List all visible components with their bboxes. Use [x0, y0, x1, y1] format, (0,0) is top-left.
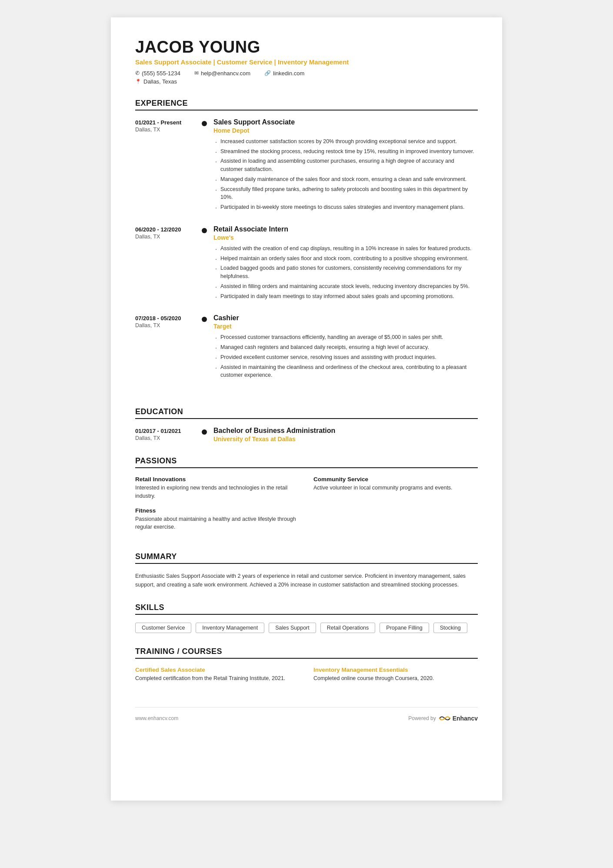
exp-1-bullet-3: Assisted in loading and assembling custo… [213, 157, 478, 174]
exp-1-dates: 01/2021 - Present [135, 118, 205, 126]
skill-3: Sales Support [269, 623, 316, 633]
passion-1-desc: Interested in exploring new trends and t… [135, 484, 300, 500]
edu-1-degree: Bachelor of Business Administration [213, 427, 478, 435]
skill-2: Inventory Management [196, 623, 264, 633]
phone-contact: (555) 555-1234 [135, 70, 180, 77]
exp-2-dates: 06/2020 - 12/2020 [135, 225, 205, 233]
training-section-title: TRAINING / COURSES [135, 647, 478, 659]
passion-3-desc: Passionate about maintaining a healthy a… [135, 515, 300, 532]
candidate-title: Sales Support Associate | Customer Servi… [135, 58, 478, 66]
exp-2-bullet-4: Assisted in filling orders and maintaini… [213, 282, 478, 291]
phone-icon [135, 70, 140, 76]
enhancv-brand-name: Enhancv [453, 715, 478, 722]
email-contact: ✉ help@enhancv.com [194, 70, 250, 77]
exp-2-bullet-2: Helped maintain an orderly sales floor a… [213, 255, 478, 263]
passion-item-3: Fitness Passionate about maintaining a h… [135, 507, 300, 532]
exp-2-date-col: 06/2020 - 12/2020 Dallas, TX [135, 225, 205, 315]
passion-3-title: Fitness [135, 507, 300, 514]
contact-row: (555) 555-1234 ✉ help@enhancv.com 🔗 link… [135, 70, 478, 77]
exp-1-bullet-5: Successfully filled propane tanks, adher… [213, 185, 478, 202]
exp-1-content: Sales Support Associate Home Depot Incre… [205, 118, 478, 225]
training-1-desc: Completed certification from the Retail … [135, 674, 300, 683]
passion-2-desc: Active volunteer in local community prog… [313, 484, 478, 492]
education-item-1: 01/2017 - 01/2021 Dallas, TX Bachelor of… [135, 427, 478, 442]
skill-5: Propane Filling [380, 623, 429, 633]
edu-1-content: Bachelor of Business Administration Univ… [205, 427, 478, 442]
footer-powered: Powered by Enhancv [408, 714, 478, 722]
resume-page: JACOB YOUNG Sales Support Associate | Cu… [111, 17, 502, 801]
header: JACOB YOUNG Sales Support Associate | Cu… [135, 38, 478, 85]
location-text: Dallas, Texas [143, 78, 177, 85]
exp-3-bullet-3: Provided excellent customer service, res… [213, 353, 478, 362]
footer: www.enhancv.com Powered by Enhancv [135, 707, 478, 722]
experience-item-1: 01/2021 - Present Dallas, TX Sales Suppo… [135, 118, 478, 225]
passion-2-title: Community Service [313, 476, 478, 483]
email-icon: ✉ [194, 70, 199, 76]
exp-3-job-title: Cashier [213, 314, 478, 322]
edu-1-location: Dallas, TX [135, 435, 205, 441]
education-section-title: EDUCATION [135, 407, 478, 419]
skills-section-title: SKILLS [135, 603, 478, 615]
passion-1-title: Retail Innovations [135, 476, 300, 483]
exp-2-bullet-5: Participated in daily team meetings to s… [213, 292, 478, 301]
exp-1-date-col: 01/2021 - Present Dallas, TX [135, 118, 205, 225]
passions-grid: Retail Innovations Interested in explori… [135, 476, 478, 538]
candidate-name: JACOB YOUNG [135, 38, 478, 57]
email-address: help@enhancv.com [201, 70, 250, 77]
experience-section-title: EXPERIENCE [135, 99, 478, 111]
exp-2-bullet-1: Assisted with the creation of end cap di… [213, 245, 478, 253]
powered-by-label: Powered by [408, 715, 436, 721]
exp-1-bullet-6: Participated in bi-weekly store meetings… [213, 203, 478, 211]
exp-1-bullet-4: Managed daily maintenance of the sales f… [213, 175, 478, 184]
experience-item-2: 06/2020 - 12/2020 Dallas, TX Retail Asso… [135, 225, 478, 315]
summary-section-title: SUMMARY [135, 552, 478, 564]
exp-3-bullet-2: Managed cash registers and balanced dail… [213, 343, 478, 352]
exp-3-dates: 07/2018 - 05/2020 [135, 314, 205, 322]
skill-4: Retail Operations [320, 623, 376, 633]
exp-3-bullets: Processed customer transactions efficien… [213, 333, 478, 379]
exp-3-content: Cashier Target Processed customer transa… [205, 314, 478, 393]
enhancv-logo-icon [439, 714, 451, 722]
passion-item-1: Retail Innovations Interested in explori… [135, 476, 300, 500]
exp-2-content: Retail Associate Intern Lowe's Assisted … [205, 225, 478, 315]
exp-2-company: Lowe's [213, 234, 478, 241]
exp-1-bullet-2: Streamlined the stocking process, reduci… [213, 147, 478, 156]
summary-text: Enthusiastic Sales Support Associate wit… [135, 572, 478, 589]
training-item-2: Inventory Management Essentials Complete… [313, 667, 478, 683]
training-2-title: Inventory Management Essentials [313, 667, 478, 673]
training-2-desc: Completed online course through Coursera… [313, 674, 478, 683]
location-row: 📍 Dallas, Texas [135, 78, 478, 85]
exp-1-location: Dallas, TX [135, 127, 205, 133]
exp-3-bullet-4: Assisted in maintaining the cleanliness … [213, 363, 478, 380]
linkedin-url: linkedin.com [273, 70, 304, 77]
skills-row: Customer Service Inventory Management Sa… [135, 623, 478, 633]
exp-3-location: Dallas, TX [135, 322, 205, 328]
edu-1-dates: 01/2017 - 01/2021 [135, 427, 205, 434]
exp-3-bullet-1: Processed customer transactions efficien… [213, 333, 478, 342]
skill-1: Customer Service [135, 623, 191, 633]
enhancv-logo: Enhancv [439, 714, 478, 722]
exp-2-job-title: Retail Associate Intern [213, 225, 478, 233]
edu-1-date-col: 01/2017 - 01/2021 Dallas, TX [135, 427, 205, 442]
location-icon: 📍 [135, 79, 141, 84]
experience-item-3: 07/2018 - 05/2020 Dallas, TX Cashier Tar… [135, 314, 478, 393]
linkedin-contact: 🔗 linkedin.com [264, 70, 304, 77]
exp-2-bullets: Assisted with the creation of end cap di… [213, 245, 478, 301]
footer-website: www.enhancv.com [135, 715, 178, 721]
exp-1-bullet-1: Increased customer satisfaction scores b… [213, 137, 478, 146]
exp-1-job-title: Sales Support Associate [213, 118, 478, 126]
exp-3-company: Target [213, 323, 478, 330]
edu-1-school: University of Texas at Dallas [213, 436, 478, 442]
training-1-title: Certified Sales Associate [135, 667, 300, 673]
exp-1-bullets: Increased customer satisfaction scores b… [213, 137, 478, 211]
passions-section-title: PASSIONS [135, 456, 478, 468]
phone-number: (555) 555-1234 [142, 70, 180, 77]
exp-2-bullet-3: Loaded bagged goods and patio stones for… [213, 264, 478, 281]
training-grid: Certified Sales Associate Completed cert… [135, 667, 478, 686]
training-item-1: Certified Sales Associate Completed cert… [135, 667, 300, 683]
skill-6: Stocking [433, 623, 467, 633]
link-icon: 🔗 [264, 70, 271, 76]
exp-2-location: Dallas, TX [135, 234, 205, 240]
exp-3-date-col: 07/2018 - 05/2020 Dallas, TX [135, 314, 205, 393]
exp-1-company: Home Depot [213, 127, 478, 134]
